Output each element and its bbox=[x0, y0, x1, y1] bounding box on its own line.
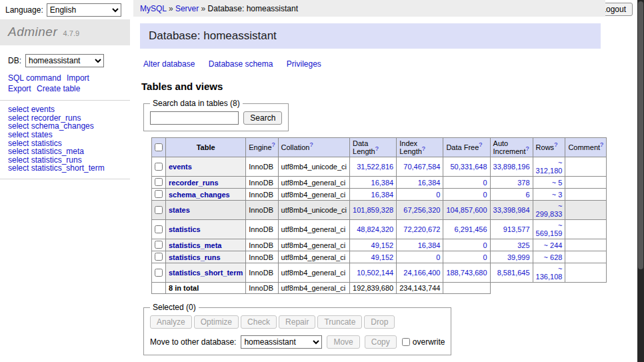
db-action-privileges[interactable]: Privileges bbox=[287, 59, 321, 69]
auto-increment-link[interactable]: 6 bbox=[525, 191, 529, 199]
move-button[interactable]: Move bbox=[327, 335, 359, 349]
engine-cell: InnoDB bbox=[246, 239, 278, 251]
row-checkbox-recorder-runs[interactable] bbox=[155, 178, 163, 186]
row-checkbox-statistics[interactable] bbox=[155, 225, 163, 233]
index-length-link[interactable]: 24,166,400 bbox=[403, 269, 440, 277]
rows-link[interactable]: ~ 5 bbox=[552, 179, 563, 187]
auto-increment-link[interactable]: 8,581,645 bbox=[497, 269, 530, 277]
data-free-link[interactable]: 188,743,680 bbox=[446, 269, 487, 277]
data-length-link[interactable]: 49,152 bbox=[371, 241, 394, 249]
help-icon[interactable]: ? bbox=[309, 141, 313, 148]
sidebar-action-sql-command[interactable]: SQL command bbox=[8, 73, 61, 83]
table-link-statistics[interactable]: statistics bbox=[169, 225, 201, 233]
table-name-cell: recorder_runs bbox=[166, 177, 246, 189]
table-link-schema-changes[interactable]: schema_changes bbox=[169, 191, 230, 199]
data-length-link[interactable]: 16,384 bbox=[371, 179, 394, 187]
help-icon[interactable]: ? bbox=[479, 141, 482, 148]
table-link-states[interactable]: states bbox=[169, 206, 190, 214]
sidebar-link-select-events[interactable]: select events bbox=[0, 105, 130, 114]
data-length-link[interactable]: 48,824,320 bbox=[357, 225, 393, 233]
data-free-link[interactable]: 0 bbox=[483, 241, 487, 249]
index-length-link[interactable]: 67,256,320 bbox=[403, 206, 440, 214]
data-free-link[interactable]: 0 bbox=[483, 191, 487, 199]
rows-link[interactable]: ~ 312,180 bbox=[536, 159, 563, 175]
rows-link[interactable]: ~ 136,108 bbox=[536, 265, 563, 281]
data-free-link[interactable]: 50,331,648 bbox=[450, 163, 487, 171]
bulk-optimize-button[interactable]: Optimize bbox=[194, 315, 239, 329]
auto-increment-link[interactable]: 378 bbox=[517, 179, 529, 187]
table-link-statistics-short-term[interactable]: statistics_short_term bbox=[169, 269, 243, 277]
db-action-database-schema[interactable]: Database schema bbox=[209, 59, 273, 69]
search-input[interactable] bbox=[150, 111, 239, 125]
auto-increment-link[interactable]: 913,577 bbox=[503, 225, 530, 233]
rows-link[interactable]: ~ 3 bbox=[552, 191, 563, 199]
data-free-link[interactable]: 0 bbox=[483, 179, 487, 187]
db-select[interactable]: homeassistant bbox=[25, 54, 104, 67]
index-length-link[interactable]: 72,220,672 bbox=[403, 225, 440, 233]
adminer-version: 4.7.9 bbox=[63, 29, 79, 37]
table-link-events[interactable]: events bbox=[169, 163, 192, 171]
rows-link[interactable]: ~ 569,159 bbox=[536, 221, 563, 237]
column-label: Data Free bbox=[446, 143, 479, 151]
index-length-link[interactable]: 70,467,584 bbox=[403, 163, 440, 171]
help-icon[interactable]: ? bbox=[554, 141, 557, 148]
help-icon[interactable]: ? bbox=[375, 145, 379, 152]
column-label: Rows bbox=[536, 143, 555, 151]
sidebar-action-import[interactable]: Import bbox=[67, 73, 89, 83]
breadcrumb-link-mysql[interactable]: MySQL bbox=[140, 4, 167, 13]
sidebar-link-select-statistics-meta[interactable]: select statistics_meta bbox=[0, 147, 130, 156]
data-free-link[interactable]: 0 bbox=[483, 253, 487, 261]
bulk-drop-button[interactable]: Drop bbox=[364, 315, 395, 329]
bulk-check-button[interactable]: Check bbox=[241, 315, 277, 329]
row-checkbox-statistics-meta[interactable] bbox=[155, 241, 163, 249]
bulk-analyze-button[interactable]: Analyze bbox=[150, 315, 192, 329]
vertical-scrollbar[interactable] bbox=[637, 0, 644, 362]
help-icon[interactable]: ? bbox=[525, 145, 529, 152]
index-length-link[interactable]: 0 bbox=[436, 253, 440, 261]
row-checkbox-events[interactable] bbox=[155, 163, 163, 171]
row-checkbox-schema-changes[interactable] bbox=[155, 190, 163, 198]
data-length-link[interactable]: 16,384 bbox=[371, 191, 394, 199]
select-all-checkbox[interactable] bbox=[155, 143, 163, 151]
table-link-recorder-runs[interactable]: recorder_runs bbox=[169, 179, 219, 187]
search-button[interactable]: Search bbox=[243, 111, 282, 125]
breadcrumb-link-server[interactable]: Server bbox=[175, 4, 199, 13]
index-length-link[interactable]: 16,384 bbox=[418, 241, 441, 249]
data-length-link[interactable]: 101,859,328 bbox=[353, 206, 393, 214]
rows-link[interactable]: ~ 244 bbox=[544, 241, 563, 249]
bulk-repair-button[interactable]: Repair bbox=[279, 315, 315, 329]
data-free-link[interactable]: 6,291,456 bbox=[455, 225, 487, 233]
auto-increment-link[interactable]: 39,999 bbox=[507, 253, 530, 261]
data-length-link[interactable]: 10,502,144 bbox=[357, 269, 393, 277]
sidebar-link-select-statistics-short-term[interactable]: select statistics_short_term bbox=[0, 164, 130, 173]
rows-link[interactable]: ~ 299,833 bbox=[536, 202, 563, 218]
auto-increment-link[interactable]: 33,398,984 bbox=[493, 206, 530, 214]
data-length-link[interactable]: 31,522,816 bbox=[357, 163, 393, 171]
table-link-statistics-runs[interactable]: statistics_runs bbox=[169, 253, 221, 261]
row-checkbox-states[interactable] bbox=[155, 206, 163, 214]
row-checkbox-statistics-runs[interactable] bbox=[155, 253, 163, 261]
table-link-statistics-meta[interactable]: statistics_meta bbox=[169, 241, 222, 249]
data-free-link[interactable]: 104,857,600 bbox=[446, 206, 487, 214]
copy-button[interactable]: Copy bbox=[365, 335, 397, 349]
help-icon[interactable]: ? bbox=[600, 141, 603, 148]
language-select[interactable]: English bbox=[47, 3, 121, 17]
row-checkbox-statistics-short-term[interactable] bbox=[155, 269, 163, 277]
sidebar-action-export[interactable]: Export bbox=[8, 84, 31, 93]
index-length-link[interactable]: 16,384 bbox=[418, 179, 441, 187]
auto-increment-link[interactable]: 33,898,196 bbox=[493, 163, 530, 171]
rows-link[interactable]: ~ 628 bbox=[544, 253, 563, 261]
overwrite-checkbox[interactable] bbox=[402, 338, 410, 346]
sidebar-link-select-states[interactable]: select states bbox=[0, 131, 130, 139]
help-icon[interactable]: ? bbox=[422, 145, 425, 152]
bulk-truncate-button[interactable]: Truncate bbox=[317, 315, 362, 329]
help-icon[interactable]: ? bbox=[272, 141, 275, 148]
db-action-alter-database[interactable]: Alter database bbox=[143, 59, 195, 69]
scrollbar-thumb[interactable] bbox=[638, 1, 643, 269]
move-target-select[interactable]: homeassistant bbox=[241, 335, 322, 349]
sidebar-action-create-table[interactable]: Create table bbox=[37, 84, 80, 93]
data-length-link[interactable]: 49,152 bbox=[371, 253, 394, 261]
adminer-logo-link[interactable]: Adminer bbox=[8, 25, 57, 39]
auto-increment-link[interactable]: 325 bbox=[517, 241, 529, 249]
index-length-link[interactable]: 0 bbox=[436, 191, 440, 199]
